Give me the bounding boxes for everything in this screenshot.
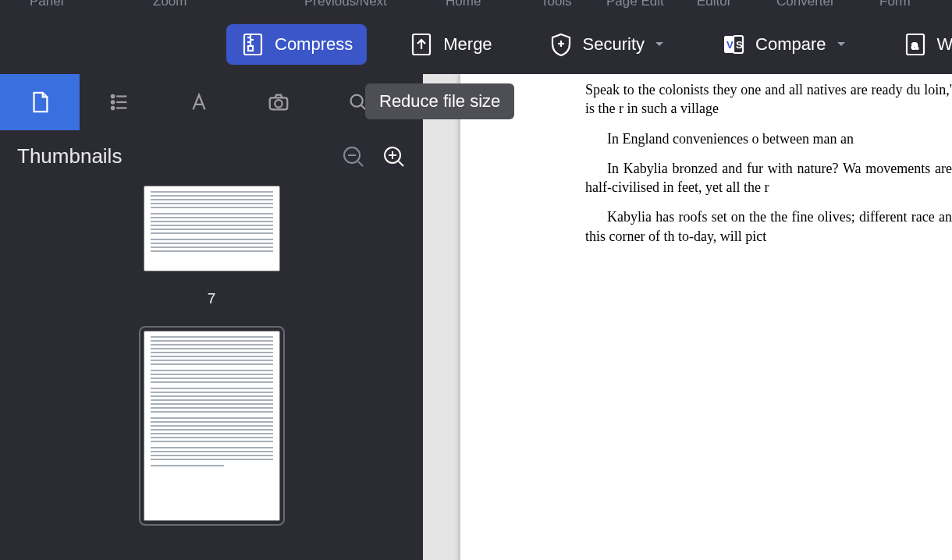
page-icon xyxy=(28,90,52,114)
tooltip: Reduce file size xyxy=(365,83,514,119)
svg-rect-5 xyxy=(248,46,253,51)
doc-paragraph: In Kabylia bronzed and fur with nature? … xyxy=(585,159,952,197)
shield-icon xyxy=(549,32,574,57)
page-thumbnail[interactable] xyxy=(144,186,280,271)
menu-prevnext[interactable]: Previous/Next xyxy=(304,0,387,9)
svg-text:V: V xyxy=(726,39,734,51)
svg-point-19 xyxy=(112,107,114,109)
compare-label: Compare xyxy=(755,34,826,55)
svg-line-27 xyxy=(358,161,363,166)
svg-point-22 xyxy=(275,100,282,107)
menu-pageedit[interactable]: Page Edit xyxy=(606,0,664,9)
merge-button[interactable]: Merge xyxy=(395,24,506,65)
svg-text:a: a xyxy=(911,38,918,51)
document-viewer[interactable]: Speak to the colonists they one and all … xyxy=(423,74,952,560)
tab-outline[interactable] xyxy=(80,74,159,130)
doc-paragraph: In England conveniences o between man an xyxy=(585,129,952,148)
zoom-in-button[interactable] xyxy=(382,145,406,168)
sidebar-tabs xyxy=(0,74,423,130)
thumbnail-list[interactable]: 7 xyxy=(0,186,423,560)
doc-paragraph: Kabylia has roofs set on the the fine ol… xyxy=(585,207,952,246)
top-menu: Panel Zoom Previous/Next Home Tools Page… xyxy=(0,0,952,14)
tab-annotations[interactable] xyxy=(159,74,239,130)
svg-line-31 xyxy=(399,161,403,166)
security-button[interactable]: Security xyxy=(535,24,679,65)
watermark-icon: a xyxy=(903,32,928,57)
toolbar: Compress Merge Security V S xyxy=(0,14,952,74)
text-icon xyxy=(187,90,211,114)
watermark-label: Wate xyxy=(937,34,952,55)
menu-panel[interactable]: Panel xyxy=(30,0,63,9)
zoom-in-icon xyxy=(382,145,406,168)
zoom-out-button[interactable] xyxy=(342,145,365,168)
svg-text:S: S xyxy=(736,39,743,51)
zoom-out-icon xyxy=(342,145,365,168)
menu-tools[interactable]: Tools xyxy=(541,0,572,9)
watermark-button[interactable]: a Wate xyxy=(889,24,952,65)
security-label: Security xyxy=(583,34,645,55)
page-thumbnail[interactable] xyxy=(144,331,280,521)
list-icon xyxy=(108,90,131,114)
menu-home[interactable]: Home xyxy=(446,0,481,9)
svg-point-15 xyxy=(112,95,114,97)
compare-button[interactable]: V S Compare xyxy=(707,24,860,65)
sidebar-title: Thumbnails xyxy=(17,144,122,168)
chevron-down-icon xyxy=(836,39,847,50)
compress-label: Compress xyxy=(275,34,353,55)
camera-icon xyxy=(267,90,290,114)
menu-form[interactable]: Form xyxy=(879,0,911,9)
sidebar: Thumbnails xyxy=(0,74,423,560)
document-page: Speak to the colonists they one and all … xyxy=(460,74,952,560)
tab-thumbnails[interactable] xyxy=(0,74,80,130)
merge-icon xyxy=(409,32,434,57)
svg-point-23 xyxy=(351,95,363,107)
chevron-down-icon xyxy=(654,39,665,50)
doc-paragraph: Speak to the colonists they one and all … xyxy=(585,80,952,119)
compress-button[interactable]: Compress xyxy=(226,24,367,65)
compress-icon xyxy=(240,32,265,57)
svg-point-17 xyxy=(112,101,114,103)
menu-converter[interactable]: Converter xyxy=(776,0,835,9)
menu-editor[interactable]: Editor xyxy=(697,0,731,9)
menu-zoom[interactable]: Zoom xyxy=(153,0,186,9)
merge-label: Merge xyxy=(443,34,492,55)
page-number-label: 7 xyxy=(208,290,216,307)
tab-snapshot[interactable] xyxy=(239,74,318,130)
compare-icon: V S xyxy=(721,32,746,57)
